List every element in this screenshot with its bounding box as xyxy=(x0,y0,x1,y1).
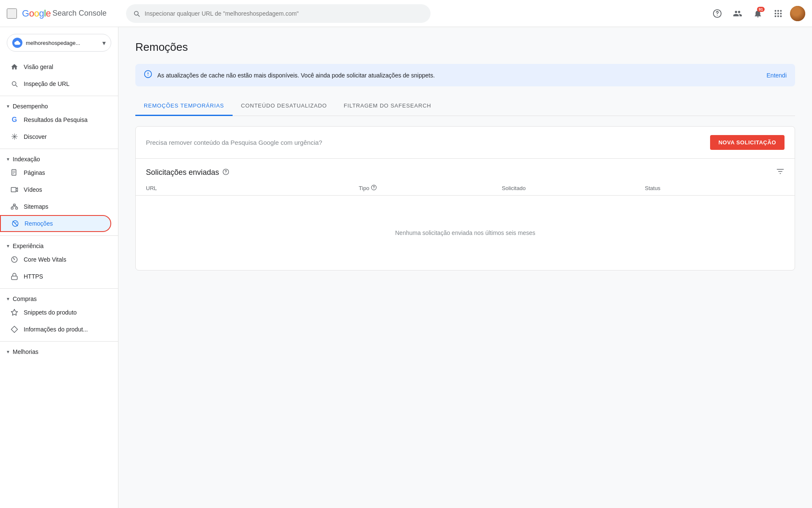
sidebar-item-discover[interactable]: ✳ Discover xyxy=(0,128,111,145)
info-banner-left: As atualizações de cache não estão mais … xyxy=(144,70,435,80)
google-logo: Google xyxy=(22,8,51,19)
notification-count: 91 xyxy=(757,7,765,12)
sidebar-item-sitemaps[interactable]: Sitemaps xyxy=(0,198,111,215)
tab-outdated-content[interactable]: CONTEÚDO DESATUALIZADO xyxy=(233,97,335,116)
pages-icon xyxy=(10,168,19,177)
svg-line-17 xyxy=(13,221,18,226)
svg-rect-6 xyxy=(777,13,779,14)
svg-rect-13 xyxy=(11,207,14,210)
sidebar-divider xyxy=(0,96,118,96)
main-content: Remoções As atualizações de cache não es… xyxy=(118,27,812,508)
svg-rect-9 xyxy=(777,15,779,17)
sidebar: melhoreshospedage... ▾ Visão geral Inspe… xyxy=(0,27,118,508)
sidebar-item-product-snippets[interactable]: Snippets do produto xyxy=(0,304,111,321)
sidebar-section-compras[interactable]: ▾ Compras xyxy=(0,292,118,304)
info-banner-action[interactable]: Entendi xyxy=(767,72,787,79)
svg-rect-15 xyxy=(16,207,18,210)
svg-point-19 xyxy=(14,259,15,260)
chevron-down-icon: ▾ xyxy=(7,103,9,109)
tab-temporary-removals[interactable]: REMOÇÕES TEMPORÁRIAS xyxy=(135,97,233,116)
logo-area: Google Search Console xyxy=(22,8,107,19)
google-g-icon: G xyxy=(10,116,19,124)
info-banner-text: As atualizações de cache não estão mais … xyxy=(157,72,435,79)
chevron-down-icon-4: ▾ xyxy=(7,296,9,302)
new-request-button[interactable]: NOVA SOLICITAÇÃO xyxy=(710,135,785,150)
svg-point-27 xyxy=(374,188,374,189)
menu-button[interactable] xyxy=(7,8,17,19)
search-icon xyxy=(133,10,140,17)
section-label: Indexação xyxy=(13,156,40,163)
section-label: Compras xyxy=(13,295,37,302)
product-info-icon xyxy=(10,325,19,334)
video-icon xyxy=(10,185,19,194)
sidebar-item-overview[interactable]: Visão geral xyxy=(0,58,111,75)
svg-rect-8 xyxy=(775,15,776,17)
sidebar-item-label: Visão geral xyxy=(24,64,53,70)
help-button[interactable] xyxy=(709,5,726,22)
lock-icon xyxy=(10,272,19,281)
notifications-button[interactable]: 91 xyxy=(749,5,766,22)
sidebar-divider-5 xyxy=(0,341,118,342)
apps-button[interactable] xyxy=(770,5,787,22)
sidebar-item-label: Remoções xyxy=(25,220,53,227)
sidebar-item-label: Vídeos xyxy=(24,186,42,193)
section-label: Desempenho xyxy=(13,103,48,110)
submissions-help-icon[interactable] xyxy=(222,168,229,177)
sidebar-section-indexacao[interactable]: ▾ Indexação xyxy=(0,152,118,164)
sidebar-item-label: Sitemaps xyxy=(24,203,48,210)
sidebar-item-url-inspection[interactable]: Inspeção de URL xyxy=(0,75,111,92)
empty-message: Nenhuma solicitação enviada nos últimos … xyxy=(136,196,795,270)
filter-icon[interactable] xyxy=(776,167,785,178)
svg-rect-5 xyxy=(775,13,776,14)
info-banner: As atualizações de cache não estão mais … xyxy=(135,64,795,86)
svg-rect-12 xyxy=(11,188,16,192)
chevron-down-icon-5: ▾ xyxy=(7,349,9,355)
submissions-section-header: Solicitações enviadas xyxy=(136,159,795,178)
table-header: URL Tipo Solicitado Sta xyxy=(136,178,795,196)
tab-safesearch-filtering[interactable]: FILTRAGEM DO SAFESEARCH xyxy=(335,97,440,116)
svg-rect-7 xyxy=(780,13,782,14)
sidebar-item-https[interactable]: HTTPS xyxy=(0,268,111,285)
svg-rect-3 xyxy=(777,10,779,11)
search-input[interactable] xyxy=(145,10,424,17)
sidebar-item-pages[interactable]: Páginas xyxy=(0,164,111,181)
content-card: Precisa remover conteúdo da Pesquisa Goo… xyxy=(135,126,795,271)
sidebar-item-core-web-vitals[interactable]: Core Web Vitals xyxy=(0,251,111,268)
sidebar-section-experiencia[interactable]: ▾ Experiência xyxy=(0,239,118,251)
property-selector[interactable]: melhoreshospedage... ▾ xyxy=(7,34,111,52)
svg-rect-10 xyxy=(780,15,782,17)
app-body: melhoreshospedage... ▾ Visão geral Inspe… xyxy=(0,27,812,508)
user-management-button[interactable] xyxy=(729,5,746,22)
avatar[interactable] xyxy=(790,6,805,21)
sidebar-item-label: Core Web Vitals xyxy=(24,256,66,263)
sidebar-section-desempenho[interactable]: ▾ Desempenho xyxy=(0,99,118,111)
page-title: Remoções xyxy=(135,41,795,54)
tipo-help-icon[interactable] xyxy=(371,185,377,192)
sidebar-item-removals[interactable]: Remoções xyxy=(0,215,111,232)
header-right: 91 xyxy=(709,5,805,22)
gauge-icon xyxy=(10,255,19,264)
sidebar-section-melhorias[interactable]: ▾ Melhorias xyxy=(0,345,118,357)
sitemaps-icon xyxy=(10,202,19,211)
help-icon xyxy=(713,9,722,18)
svg-point-1 xyxy=(717,15,718,16)
removals-icon xyxy=(11,219,19,228)
request-banner: Precisa remover conteúdo da Pesquisa Goo… xyxy=(136,127,795,159)
col-tipo-label: Tipo xyxy=(359,185,369,191)
sidebar-item-videos[interactable]: Vídeos xyxy=(0,181,111,198)
apps-icon xyxy=(774,9,783,18)
section-label: Melhorias xyxy=(13,348,38,355)
sidebar-item-label: Inspeção de URL xyxy=(24,80,69,87)
svg-rect-2 xyxy=(775,10,776,11)
asterisk-icon: ✳ xyxy=(10,133,19,141)
table-col-url: URL xyxy=(146,185,355,192)
sidebar-item-search-results[interactable]: G Resultados da Pesquisa xyxy=(0,111,111,128)
sidebar-item-product-info[interactable]: Informações do produt... xyxy=(0,321,111,338)
col-status-label: Status xyxy=(645,185,661,191)
sidebar-divider-4 xyxy=(0,288,118,289)
tabs-bar: REMOÇÕES TEMPORÁRIAS CONTEÚDO DESATUALIZ… xyxy=(135,97,795,116)
svg-marker-21 xyxy=(11,309,18,315)
search-bar[interactable] xyxy=(126,4,431,23)
property-chevron-icon: ▾ xyxy=(102,39,106,47)
property-name: melhoreshospedage... xyxy=(26,40,99,46)
